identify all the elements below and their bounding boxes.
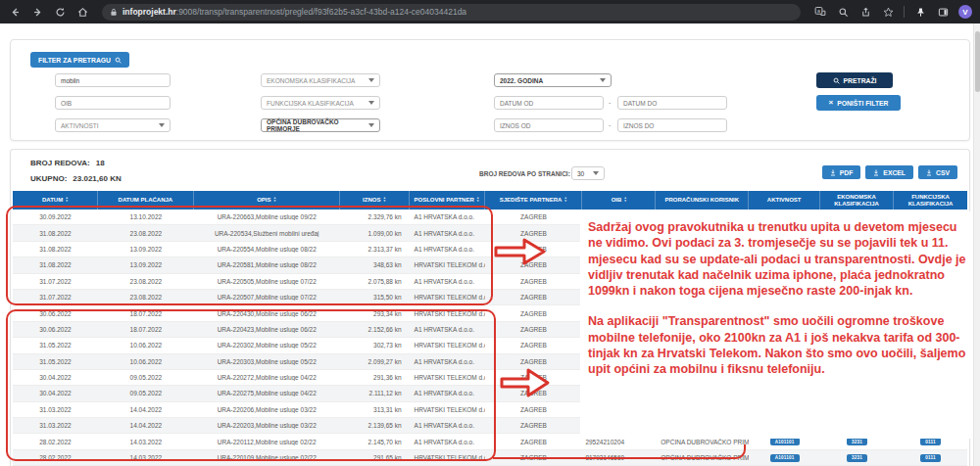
cell-placanja: 10.06.2022 bbox=[98, 358, 194, 365]
datum-do-input[interactable] bbox=[623, 100, 721, 107]
column-header-oib[interactable]: OIB bbox=[582, 191, 656, 210]
cell-partner: A1 HRVATSKA d.o.o. bbox=[410, 230, 485, 237]
table-header: DATUMDATUM PLAĆANJAOPISIZNOSPOSLOVNI PAR… bbox=[13, 191, 967, 210]
scrollbar[interactable] bbox=[973, 23, 980, 466]
godina-select[interactable]: 2022. GODINA bbox=[494, 73, 612, 87]
cell-datum: 30.04.2022 bbox=[13, 374, 98, 381]
chevron-down-icon bbox=[600, 78, 606, 82]
cell-iznos: 2.099,27 kn bbox=[340, 358, 410, 365]
search-icon bbox=[115, 57, 122, 64]
export-excel-button[interactable]: EXCEL bbox=[865, 165, 913, 179]
scrollbar-thumb[interactable] bbox=[975, 31, 980, 92]
cell-datum: 28.02.2022 bbox=[13, 454, 98, 461]
cell-sjediste: ZAGREB bbox=[485, 213, 583, 220]
korisnik-select[interactable]: OPĆINA DUBROVAČKO PRIMORJE bbox=[261, 118, 380, 132]
cell-sjediste: ZAGREB bbox=[485, 390, 583, 396]
cell-datum: 31.05.2022 bbox=[13, 342, 98, 349]
search-input[interactable] bbox=[61, 77, 165, 84]
cell-partner: HRVATSKI TELEKOM d.d. bbox=[410, 342, 485, 349]
cell-iznos: 2.329,76 kn bbox=[340, 213, 410, 220]
download-icon bbox=[830, 169, 836, 176]
cell-sjediste: ZAGREB bbox=[485, 326, 583, 333]
aktivnosti-select[interactable]: AKTIVNOSTI bbox=[55, 118, 171, 132]
cell-datum: 30.06.2022 bbox=[13, 326, 98, 333]
cell-datum: 31.07.2022 bbox=[13, 294, 98, 301]
cell-oib: 81793146560 bbox=[582, 454, 656, 461]
cell-sjediste: ZAGREB bbox=[485, 278, 583, 285]
iznos-do-input[interactable] bbox=[623, 122, 721, 129]
datum-od-input[interactable] bbox=[500, 100, 598, 107]
search-button[interactable]: PRETRAŽI bbox=[816, 72, 893, 88]
row-count: BROJ REDOVA:18 bbox=[30, 159, 105, 167]
column-header-opis[interactable]: OPIS bbox=[194, 191, 340, 210]
oib-input-wrap bbox=[55, 96, 171, 110]
cell-partner: A1 HRVATSKA d.o.o. bbox=[410, 358, 485, 365]
browser-chrome: infoprojekt.hr:9008/transp/transparentno… bbox=[0, 0, 980, 23]
datum-od-wrap bbox=[494, 96, 604, 110]
search-input-wrap bbox=[55, 73, 171, 87]
cell-opis: URA-220534,Službeni mobilni uređaj bbox=[194, 230, 340, 237]
cell-sjediste: ZAGREB bbox=[485, 310, 583, 317]
reload-icon[interactable] bbox=[53, 5, 67, 19]
cell-datum: 30.04.2022 bbox=[13, 390, 98, 396]
pin-icon[interactable] bbox=[913, 5, 927, 19]
annotation-note: Sadržaj ovog pravokutnika u trenutku upi… bbox=[580, 211, 972, 439]
reset-filter-button[interactable]: × PONIŠTI FILTER bbox=[816, 95, 901, 111]
cell-opis: URA-220272,Mobilne usluge 04/22 bbox=[194, 374, 340, 381]
cell-aktivnost: A101101 bbox=[749, 438, 820, 446]
cell-datum: 31.03.2022 bbox=[13, 422, 98, 429]
cell-sjediste: ZAGREB bbox=[485, 358, 583, 365]
url-bar[interactable]: infoprojekt.hr:9008/transp/transparentno… bbox=[102, 4, 801, 21]
per-page-select[interactable]: 30 bbox=[571, 166, 605, 180]
translate-icon[interactable]: a bbox=[813, 5, 827, 19]
annotation-paragraph-2: Na aplikaciji "Transparentnost" smo uoči… bbox=[588, 313, 966, 377]
star-icon[interactable] bbox=[881, 5, 895, 19]
cell-partner: HRVATSKI TELEKOM d.d. bbox=[410, 374, 485, 381]
cell-placanja: 23.08.2022 bbox=[98, 294, 194, 301]
export-csv-button[interactable]: CSV bbox=[918, 165, 957, 179]
download-icon bbox=[926, 169, 932, 176]
sort-icon[interactable] bbox=[383, 197, 385, 204]
export-pdf-button[interactable]: PDF bbox=[822, 165, 861, 179]
forward-icon[interactable] bbox=[30, 5, 44, 19]
chevron-down-icon bbox=[159, 123, 165, 127]
cell-iznos: 1.099,00 kn bbox=[340, 230, 410, 237]
sort-icon[interactable] bbox=[274, 197, 276, 204]
cell-partner: HRVATSKI TELEKOM d.d. bbox=[410, 261, 485, 268]
range-dash: - bbox=[609, 99, 611, 106]
sort-icon[interactable] bbox=[477, 197, 479, 204]
home-icon[interactable] bbox=[75, 5, 89, 19]
cell-placanja: 09.05.2022 bbox=[98, 374, 194, 381]
sort-icon[interactable] bbox=[66, 197, 68, 204]
oib-input[interactable] bbox=[61, 100, 165, 107]
cell-korisnik: OPĆINA DUBROVAČKO PRIMORJE bbox=[656, 454, 749, 461]
cell-opis: URA-220275,Mobilne usluge 04/22 bbox=[194, 390, 340, 396]
search-icon[interactable] bbox=[836, 5, 850, 19]
iznos-do-wrap bbox=[617, 118, 727, 132]
sort-icon[interactable] bbox=[564, 197, 566, 204]
cell-partner: A1 HRVATSKA d.o.o. bbox=[410, 439, 485, 445]
chevron-down-icon bbox=[368, 78, 374, 82]
column-header-partner[interactable]: POSLOVNI PARTNER bbox=[410, 191, 485, 210]
cell-datum: 31.07.2022 bbox=[13, 278, 98, 285]
profile-avatar[interactable]: V bbox=[958, 5, 972, 19]
ekonomska-badge: 3231 bbox=[847, 454, 867, 462]
funkcijska-select[interactable]: FUNKCIJSKA KLASIFIKACIJA bbox=[261, 96, 380, 110]
filter-panel-toggle-button[interactable]: FILTER ZA PRETRAGU bbox=[30, 52, 129, 68]
sort-icon[interactable] bbox=[624, 197, 626, 204]
cell-partner: HRVATSKI TELEKOM d.d. bbox=[410, 294, 485, 301]
column-header-iznos[interactable]: IZNOS bbox=[340, 191, 410, 210]
cell-iznos: 2.152,66 kn bbox=[340, 326, 410, 333]
cell-iznos: 2.075,88 kn bbox=[340, 278, 410, 285]
search-icon bbox=[833, 77, 840, 84]
ekonomska-select[interactable]: EKONOMSKA KLASIFIKACIJA bbox=[261, 73, 380, 87]
column-header-sjediste[interactable]: SJEDIŠTE PARTNERA bbox=[485, 191, 583, 210]
sidebar-icon[interactable] bbox=[936, 5, 950, 19]
column-header-datum[interactable]: DATUM bbox=[13, 191, 98, 210]
share-icon[interactable] bbox=[858, 5, 872, 19]
funkcijska-badge: 0111 bbox=[920, 438, 941, 445]
cell-partner: A1 HRVATSKA d.o.o. bbox=[410, 390, 485, 396]
back-icon[interactable] bbox=[8, 5, 22, 19]
iznos-od-input[interactable] bbox=[500, 122, 598, 129]
cell-opis: URA-220112,Mobilne usluge 02/22 bbox=[194, 439, 340, 445]
